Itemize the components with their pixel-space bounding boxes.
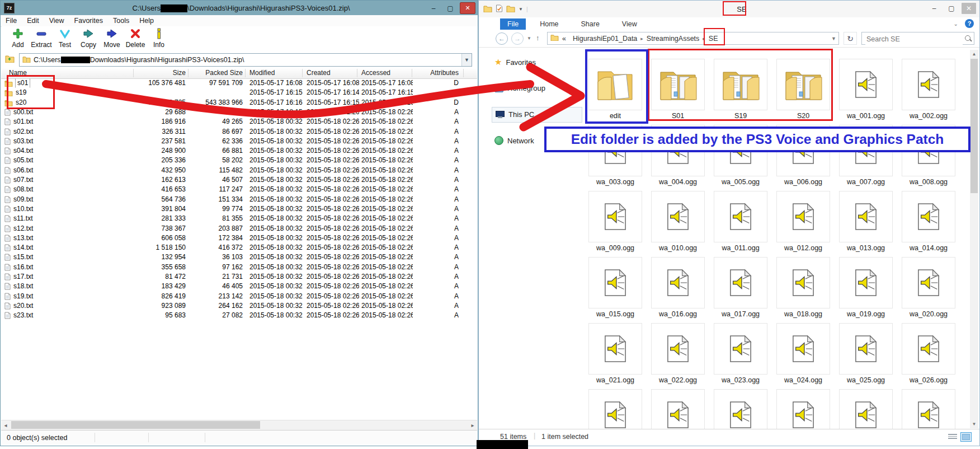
grid-item-file[interactable]: wa_001.ogg <box>839 59 893 120</box>
zip-row[interactable]: s14.txt1 518 150416 3722015-05-18 00:322… <box>1 243 477 252</box>
combobox-dropdown-icon[interactable]: ▼ <box>461 54 472 66</box>
grid-item-file[interactable]: wa_019.ogg <box>839 257 893 318</box>
maximize-button[interactable]: ▢ <box>443 3 458 13</box>
grid-item-folder[interactable]: S19 <box>714 59 767 120</box>
menu-favorites[interactable]: Favorites <box>69 17 108 25</box>
grid-item-file[interactable]: wa_007.ogg <box>839 125 893 186</box>
scroll-up-icon[interactable]: ▲ <box>970 50 978 58</box>
zip-row[interactable]: s18.txt183 42946 4052015-05-18 00:322015… <box>1 282 477 291</box>
grid-item-folder[interactable]: edit <box>588 59 642 120</box>
grid-item-file[interactable]: wa_006.ogg <box>776 125 830 186</box>
qat-dropdown-icon[interactable]: ▼ <box>519 7 523 12</box>
grid-item-file[interactable]: wa_004.ogg <box>651 125 705 186</box>
grid-item-file[interactable]: wa_023.ogg <box>714 323 767 384</box>
grid-item-file[interactable]: wa_002.ogg <box>902 59 955 120</box>
zip-row[interactable]: s10.txt391 80499 7742015-05-18 00:322015… <box>1 204 477 214</box>
scroll-right-icon[interactable]: ▸ <box>468 420 477 429</box>
grid-item-folder[interactable]: S01 <box>651 59 705 120</box>
breadcrumb-segment[interactable]: StreamingAssets <box>647 35 699 43</box>
zip-row[interactable]: s20.txt923 089264 1622015-05-18 00:32201… <box>1 301 477 311</box>
zip-row[interactable]: s192015-05-17 16:152015-05-17 16:142015-… <box>1 88 477 97</box>
grid-item-file[interactable]: wa_021.ogg <box>588 323 642 384</box>
scrollbar-thumb[interactable] <box>11 421 260 429</box>
sidebar-item-network[interactable]: Network <box>494 136 534 145</box>
refresh-icon[interactable]: ↻ <box>844 32 857 45</box>
zip-row[interactable]: s07.txt162 61346 5072015-05-18 00:322015… <box>1 175 477 185</box>
grid-item-file[interactable]: wa_013.ogg <box>839 191 893 252</box>
column-header-modified[interactable]: Modified <box>249 68 304 78</box>
up-icon[interactable]: ↑ <box>536 34 540 42</box>
details-view-icon[interactable] <box>947 432 958 441</box>
properties-icon[interactable] <box>496 4 503 13</box>
menu-file[interactable]: File <box>1 17 22 25</box>
column-header-packed-size[interactable]: Packed Size <box>189 68 243 78</box>
extract-button[interactable]: Extract <box>30 26 53 49</box>
breadcrumb-segment-current[interactable]: SE <box>709 35 718 43</box>
new-folder-icon[interactable] <box>506 5 515 13</box>
column-header-accessed[interactable]: Accessed <box>361 68 413 78</box>
zip-row[interactable]: s13.txt606 058172 3842015-05-18 00:32201… <box>1 233 477 243</box>
tab-view[interactable]: View <box>615 18 644 30</box>
grid-item-file[interactable]: wa_024.ogg <box>776 323 830 384</box>
column-header-size[interactable]: Size <box>134 68 186 78</box>
sidebar-item-this-pc[interactable]: This PC <box>496 110 534 119</box>
zip-row[interactable]: s19.txt826 419213 1422015-05-18 00:32201… <box>1 292 477 301</box>
grid-item-file[interactable]: wa_005.ogg <box>714 125 767 186</box>
zip-row[interactable]: s01.txt186 91649 2652015-05-18 00:322015… <box>1 117 477 127</box>
zip-row[interactable]: s00.txt29 6881 5612015-05-17 18:152015-0… <box>1 107 477 117</box>
column-header-created[interactable]: Created <box>307 68 359 78</box>
back-icon[interactable]: ← <box>496 32 508 45</box>
search-input[interactable] <box>865 33 963 45</box>
grid-item-folder[interactable]: S20 <box>776 59 830 120</box>
menu-edit[interactable]: Edit <box>22 17 44 25</box>
scroll-down-icon[interactable]: ▼ <box>970 420 978 428</box>
move-button[interactable]: Move <box>100 26 124 49</box>
zip-row[interactable]: s04.txt248 90066 8812015-05-18 00:322015… <box>1 146 477 156</box>
grid-item-file[interactable]: wa_011.ogg <box>714 191 767 252</box>
column-header-name[interactable]: Name <box>9 68 27 78</box>
zip-row[interactable]: s23.txt95 68327 0822015-05-18 00:322015-… <box>1 311 477 320</box>
grid-item-file[interactable]: wa_016.ogg <box>651 257 705 318</box>
address-bar[interactable]: « HigurashiEp01_Data ▸ StreamingAssets ▸… <box>547 32 839 45</box>
ribbon-collapse-icon[interactable]: ⌄ <box>954 21 958 27</box>
folder-history-icon[interactable] <box>5 55 15 65</box>
scrollbar-thumb[interactable] <box>970 59 978 193</box>
menu-view[interactable]: View <box>44 17 69 25</box>
grid-item-file[interactable]: wa_012.ogg <box>776 191 830 252</box>
test-button[interactable]: Test <box>53 26 77 49</box>
copy-button[interactable]: Copy <box>77 26 100 49</box>
help-icon[interactable]: ? <box>965 19 974 28</box>
explorer-titlebar[interactable]: ▼ | SE – ▢ ✕ <box>479 1 979 17</box>
address-dropdown-icon[interactable]: ▼ <box>831 36 836 41</box>
close-button[interactable]: ✕ <box>460 2 475 14</box>
search-icon[interactable] <box>965 35 970 41</box>
forward-icon[interactable]: → <box>511 32 524 45</box>
grid-item-file[interactable]: wa_009.ogg <box>588 191 642 252</box>
zip-row[interactable]: s03.txt237 58162 3362015-05-18 00:322015… <box>1 137 477 146</box>
tab-file[interactable]: File <box>500 18 526 30</box>
zip-row[interactable]: s08.txt416 653117 2472015-05-18 00:32201… <box>1 185 477 194</box>
large-icons-view-icon[interactable] <box>960 432 972 442</box>
zip-row[interactable]: s05.txt205 33658 2022015-05-18 00:322015… <box>1 156 477 165</box>
horizontal-scrollbar[interactable]: ◂ ▸ <box>1 420 477 430</box>
grid-item-file[interactable]: wa_017.ogg <box>714 257 767 318</box>
sidebar-item-homegroup[interactable]: Homegroup <box>494 84 545 92</box>
zip-row[interactable]: s09.txt564 736151 3342015-05-18 00:32201… <box>1 195 477 204</box>
info-button[interactable]: Info <box>147 26 171 49</box>
minimize-button[interactable]: – <box>927 3 941 14</box>
folder-icon[interactable] <box>483 5 492 13</box>
menu-tools[interactable]: Tools <box>108 17 134 25</box>
zip-row[interactable]: s11.txt281 33381 3552015-05-18 00:322015… <box>1 214 477 223</box>
crumb-overflow[interactable]: « <box>562 35 566 43</box>
grid-item-file[interactable]: wa_008.ogg <box>902 125 955 186</box>
grid-item-file[interactable]: wa_003.ogg <box>588 125 642 186</box>
tab-home[interactable]: Home <box>533 18 566 30</box>
grid-item-file[interactable]: wa_026.ogg <box>902 323 955 384</box>
zip-row[interactable]: s06.txt432 950115 4822015-05-18 00:32201… <box>1 166 477 175</box>
maximize-button[interactable]: ▢ <box>944 3 959 14</box>
zip-row[interactable]: s17.txt81 47221 7312015-05-18 00:322015-… <box>1 272 477 282</box>
menu-help[interactable]: Help <box>134 17 159 25</box>
zip-row[interactable]: s12.txt738 367203 8872015-05-18 00:32201… <box>1 224 477 233</box>
grid-item-file[interactable]: wa_015.ogg <box>588 257 642 318</box>
grid-item-file[interactable]: wa_010.ogg <box>651 191 705 252</box>
